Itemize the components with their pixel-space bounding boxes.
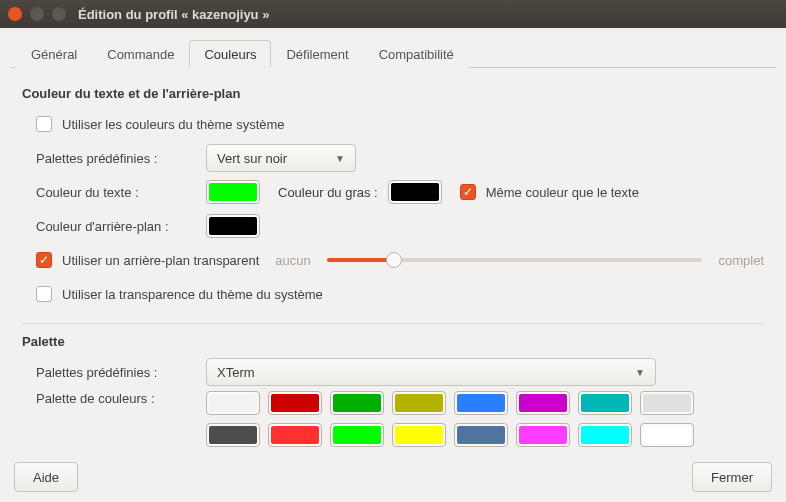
palette-color-3[interactable] bbox=[392, 391, 446, 415]
color-button-bold[interactable] bbox=[388, 180, 442, 204]
section-title-palette: Palette bbox=[22, 334, 764, 349]
color-button-text[interactable] bbox=[206, 180, 260, 204]
palette-color-15[interactable] bbox=[640, 423, 694, 447]
select-builtin-schemes-value: Vert sur noir bbox=[217, 151, 287, 166]
transparency-slider[interactable] bbox=[327, 258, 703, 262]
tab-command[interactable]: Commande bbox=[92, 40, 189, 68]
select-palette-schemes-value: XTerm bbox=[217, 365, 255, 380]
palette-swatch-15 bbox=[643, 426, 691, 444]
swatch-bg-color bbox=[209, 217, 257, 235]
palette-swatch-8 bbox=[209, 426, 257, 444]
label-text-color: Couleur du texte : bbox=[36, 185, 196, 200]
palette-color-0[interactable] bbox=[206, 391, 260, 415]
label-use-theme-transparency: Utiliser la transparence du thème du sys… bbox=[62, 287, 323, 302]
slider-fill bbox=[327, 258, 395, 262]
close-button[interactable]: Fermer bbox=[692, 462, 772, 492]
titlebar: Édition du profil « kazenojiyu » bbox=[0, 0, 786, 28]
select-palette-schemes[interactable]: XTerm ▼ bbox=[206, 358, 656, 386]
palette-color-8[interactable] bbox=[206, 423, 260, 447]
palette-swatch-3 bbox=[395, 394, 443, 412]
palette-grid bbox=[206, 391, 694, 447]
palette-swatch-10 bbox=[333, 426, 381, 444]
checkbox-use-theme-transparency[interactable] bbox=[36, 286, 52, 302]
label-builtin-schemes: Palettes prédéfinies : bbox=[36, 151, 196, 166]
palette-swatch-11 bbox=[395, 426, 443, 444]
palette-swatch-6 bbox=[581, 394, 629, 412]
label-same-bold: Même couleur que le texte bbox=[486, 185, 639, 200]
palette-swatch-0 bbox=[209, 394, 257, 412]
label-palette-schemes: Palettes prédéfinies : bbox=[36, 365, 196, 380]
swatch-text-color bbox=[209, 183, 257, 201]
label-bold-color: Couleur du gras : bbox=[278, 185, 378, 200]
palette-swatch-13 bbox=[519, 426, 567, 444]
section-title-fgbg: Couleur du texte et de l'arrière-plan bbox=[22, 86, 764, 101]
separator bbox=[22, 323, 764, 324]
palette-color-11[interactable] bbox=[392, 423, 446, 447]
window-body: Général Commande Couleurs Défilement Com… bbox=[0, 28, 786, 502]
label-bg-color: Couleur d'arrière-plan : bbox=[36, 219, 196, 234]
window-close-icon[interactable] bbox=[8, 7, 22, 21]
palette-color-5[interactable] bbox=[516, 391, 570, 415]
help-button[interactable]: Aide bbox=[14, 462, 78, 492]
tab-colors[interactable]: Couleurs bbox=[189, 40, 271, 68]
palette-color-2[interactable] bbox=[330, 391, 384, 415]
checkbox-transparent-bg[interactable] bbox=[36, 252, 52, 268]
chevron-down-icon: ▼ bbox=[335, 153, 345, 164]
checkbox-same-bold[interactable] bbox=[460, 184, 476, 200]
palette-color-6[interactable] bbox=[578, 391, 632, 415]
tab-general[interactable]: Général bbox=[16, 40, 92, 68]
chevron-down-icon: ▼ bbox=[635, 367, 645, 378]
slider-min-label: aucun bbox=[275, 253, 310, 268]
slider-thumb[interactable] bbox=[386, 252, 402, 268]
palette-color-1[interactable] bbox=[268, 391, 322, 415]
palette-swatch-12 bbox=[457, 426, 505, 444]
checkbox-use-theme-colors[interactable] bbox=[36, 116, 52, 132]
palette-swatch-4 bbox=[457, 394, 505, 412]
select-builtin-schemes[interactable]: Vert sur noir ▼ bbox=[206, 144, 356, 172]
color-button-bg[interactable] bbox=[206, 214, 260, 238]
palette-color-10[interactable] bbox=[330, 423, 384, 447]
palette-swatch-5 bbox=[519, 394, 567, 412]
tab-compat[interactable]: Compatibilité bbox=[364, 40, 469, 68]
label-palette-colors: Palette de couleurs : bbox=[36, 391, 196, 406]
window-title: Édition du profil « kazenojiyu » bbox=[78, 7, 269, 22]
palette-color-9[interactable] bbox=[268, 423, 322, 447]
palette-swatch-14 bbox=[581, 426, 629, 444]
slider-max-label: complet bbox=[718, 253, 764, 268]
tab-scrolling[interactable]: Défilement bbox=[271, 40, 363, 68]
window-maximize-icon[interactable] bbox=[52, 7, 66, 21]
palette-swatch-2 bbox=[333, 394, 381, 412]
palette-color-12[interactable] bbox=[454, 423, 508, 447]
palette-swatch-9 bbox=[271, 426, 319, 444]
palette-color-7[interactable] bbox=[640, 391, 694, 415]
label-transparent-bg: Utiliser un arrière-plan transparent bbox=[62, 253, 259, 268]
palette-color-14[interactable] bbox=[578, 423, 632, 447]
palette-swatch-1 bbox=[271, 394, 319, 412]
label-use-theme-colors: Utiliser les couleurs du thème système bbox=[62, 117, 285, 132]
window-minimize-icon[interactable] bbox=[30, 7, 44, 21]
swatch-bold-color bbox=[391, 183, 439, 201]
tabbar: Général Commande Couleurs Défilement Com… bbox=[10, 40, 776, 68]
dialog-footer: Aide Fermer bbox=[10, 456, 776, 492]
palette-color-4[interactable] bbox=[454, 391, 508, 415]
palette-color-13[interactable] bbox=[516, 423, 570, 447]
tab-content-colors: Couleur du texte et de l'arrière-plan Ut… bbox=[10, 68, 776, 456]
palette-swatch-7 bbox=[643, 394, 691, 412]
